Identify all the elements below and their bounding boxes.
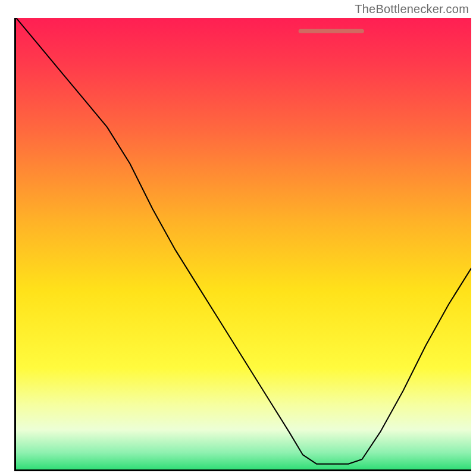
bottleneck-curve bbox=[16, 18, 471, 471]
watermark-text: TheBottlenecker.com bbox=[355, 2, 469, 16]
plot-area bbox=[14, 18, 471, 471]
chart-frame: TheBottlenecker.com bbox=[0, 0, 476, 476]
